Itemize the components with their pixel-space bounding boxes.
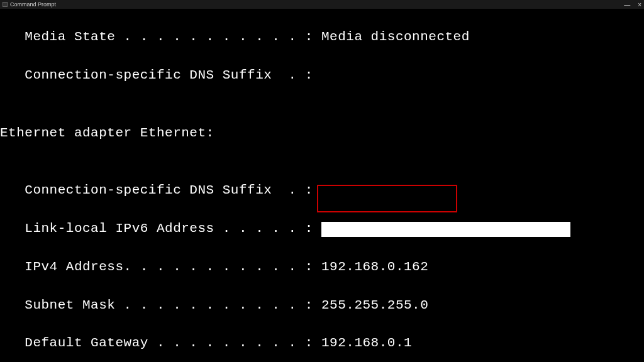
output-line: IPv4 Address. . . . . . . . . . . : 192.…	[0, 258, 644, 277]
adapter-heading: Ethernet adapter Ethernet:	[0, 124, 644, 143]
close-button[interactable]: ×	[638, 1, 641, 8]
output-line: Subnet Mask . . . . . . . . . . . : 255.…	[0, 296, 644, 315]
cmd-icon	[3, 2, 8, 7]
window-controls: — ×	[624, 1, 641, 8]
redacted-ipv6-address	[321, 222, 570, 237]
output-line: Default Gateway . . . . . . . . . : 192.…	[0, 334, 644, 353]
output-line: Connection-specific DNS Suffix . :	[0, 66, 644, 85]
minimize-button[interactable]: —	[624, 1, 630, 8]
terminal-output[interactable]: Media State . . . . . . . . . . . : Medi…	[0, 9, 644, 362]
window-title-bar: Command Prompt — ×	[0, 0, 644, 9]
output-line: Connection-specific DNS Suffix . :	[0, 181, 644, 200]
output-line: Media State . . . . . . . . . . . : Medi…	[0, 28, 644, 47]
window-title-text: Command Prompt	[10, 1, 56, 8]
output-line: Link-local IPv6 Address . . . . . :	[0, 219, 644, 238]
